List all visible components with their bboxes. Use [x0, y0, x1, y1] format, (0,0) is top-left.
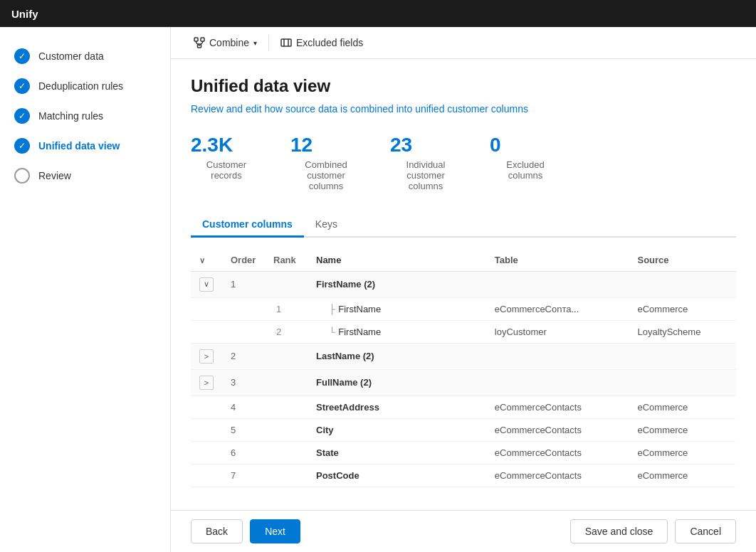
page-title: Unified data view — [191, 76, 736, 96]
svg-rect-0 — [194, 38, 198, 41]
tab-customer-columns[interactable]: Customer columns — [191, 213, 304, 238]
expand-button[interactable]: > — [199, 349, 214, 363]
excluded-fields-button[interactable]: Excluded fields — [272, 33, 372, 53]
app-title: Unify — [11, 8, 38, 20]
table-row: > 3 FullName (2) — [191, 369, 736, 396]
stat-number-customer-records: 2.3K — [191, 134, 233, 156]
row-rank — [265, 464, 308, 487]
sidebar-icon-deduplication-rules: ✓ — [14, 78, 30, 94]
table-row: 7 PostCode eCommerceContacts eCommerce — [191, 464, 736, 487]
table-header-row: ∨ Order Rank Name — [191, 249, 736, 272]
tabs-row: Customer columns Keys — [191, 213, 736, 238]
sort-chevron-icon: ∨ — [199, 256, 205, 265]
combine-icon — [194, 37, 205, 48]
svg-rect-1 — [201, 38, 204, 41]
row-order: 4 — [222, 396, 265, 418]
row-name: StreetAddress — [308, 396, 486, 418]
tab-keys[interactable]: Keys — [304, 213, 349, 238]
row-rank — [265, 343, 308, 369]
row-rank — [265, 418, 308, 441]
stat-label-excluded-columns: Excluded columns — [490, 159, 561, 181]
child-source: LoyaltyScheme — [629, 320, 736, 343]
stat-individual-columns: 23 Individual customer columns — [390, 134, 461, 191]
th-order: Order — [222, 249, 265, 272]
stat-number-combined-columns: 12 — [290, 134, 313, 156]
table-row: > 2 LastName (2) — [191, 343, 736, 369]
app-title-bar: Unify — [0, 0, 756, 27]
sidebar-label-deduplication-rules: Deduplication rules — [38, 80, 123, 92]
row-source — [629, 343, 736, 369]
child-expand — [191, 320, 222, 343]
th-expand: ∨ — [191, 249, 222, 272]
footer-right: Save and close Cancel — [570, 519, 736, 543]
table-row-child: 1 ├FirstName eCommerceConта... eCommerce — [191, 297, 736, 320]
row-table: eCommerceContacts — [486, 396, 629, 418]
row-rank — [265, 369, 308, 396]
stat-excluded-columns: 0 Excluded columns — [490, 134, 561, 191]
page-content: Unified data view Review and edit how so… — [171, 59, 756, 510]
row-table — [486, 343, 629, 369]
row-name: FirstName (2) — [308, 271, 486, 297]
row-rank — [265, 441, 308, 464]
stat-label-individual-columns: Individual customer columns — [390, 159, 461, 191]
back-button[interactable]: Back — [191, 519, 243, 543]
row-source — [629, 369, 736, 396]
row-source: eCommerce — [629, 418, 736, 441]
row-table — [486, 271, 629, 297]
child-rank: 1 — [265, 297, 308, 320]
row-order: 3 — [222, 369, 265, 396]
sidebar-icon-unified-data-view: ✓ — [14, 138, 30, 154]
footer: Back Next Save and close Cancel — [171, 510, 756, 552]
toolbar-divider — [268, 34, 269, 51]
svg-rect-7 — [281, 39, 291, 46]
row-expand — [191, 464, 222, 487]
data-table: ∨ Order Rank Name — [191, 249, 736, 487]
combine-button[interactable]: Combine ▾ — [185, 33, 266, 53]
excluded-fields-label: Excluded fields — [296, 37, 363, 48]
row-name: PostCode — [308, 464, 486, 487]
row-table: eCommerceContacts — [486, 441, 629, 464]
sidebar-label-unified-data-view: Unified data view — [38, 140, 120, 152]
sidebar-item-matching-rules[interactable]: ✓ Matching rules — [0, 101, 170, 131]
row-name: LastName (2) — [308, 343, 486, 369]
table-row: ∨ 1 FirstName (2) — [191, 271, 736, 297]
row-source: eCommerce — [629, 441, 736, 464]
footer-left: Back Next — [191, 519, 300, 543]
stat-customer-records: 2.3K Customer records — [191, 134, 262, 191]
child-source: eCommerce — [629, 297, 736, 320]
th-rank: Rank — [265, 249, 308, 272]
row-source: eCommerce — [629, 464, 736, 487]
sidebar-item-unified-data-view[interactable]: ✓ Unified data view — [0, 131, 170, 161]
save-close-button[interactable]: Save and close — [570, 519, 668, 543]
row-table: eCommerceContacts — [486, 464, 629, 487]
sidebar-label-matching-rules: Matching rules — [38, 110, 103, 122]
row-order: 2 — [222, 343, 265, 369]
sidebar-icon-customer-data: ✓ — [14, 48, 30, 64]
combine-label: Combine — [209, 37, 249, 48]
row-order: 7 — [222, 464, 265, 487]
sidebar-label-review: Review — [38, 170, 71, 181]
row-order: 6 — [222, 441, 265, 464]
expand-button[interactable]: > — [199, 376, 214, 390]
row-expand — [191, 418, 222, 441]
expand-button[interactable]: ∨ — [199, 277, 214, 292]
stat-number-excluded-columns: 0 — [490, 134, 501, 156]
sidebar-item-review[interactable]: Review — [0, 161, 170, 191]
cancel-button[interactable]: Cancel — [675, 519, 736, 543]
row-table: eCommerceContacts — [486, 418, 629, 441]
child-order — [222, 320, 265, 343]
table-container: ∨ Order Rank Name — [191, 249, 736, 487]
stat-label-combined-columns: Combined customer columns — [290, 159, 362, 191]
row-order: 5 — [222, 418, 265, 441]
next-button[interactable]: Next — [250, 519, 300, 543]
sidebar-item-deduplication-rules[interactable]: ✓ Deduplication rules — [0, 71, 170, 101]
sidebar-item-customer-data[interactable]: ✓ Customer data — [0, 41, 170, 71]
child-order — [222, 297, 265, 320]
child-rank: 2 — [265, 320, 308, 343]
sidebar: ✓ Customer data ✓ Deduplication rules ✓ … — [0, 27, 171, 552]
table-row: 5 City eCommerceContacts eCommerce — [191, 418, 736, 441]
row-expand — [191, 441, 222, 464]
row-source: eCommerce — [629, 396, 736, 418]
stat-combined-columns: 12 Combined customer columns — [290, 134, 362, 191]
stats-row: 2.3K Customer records 12 Combined custom… — [191, 134, 736, 191]
